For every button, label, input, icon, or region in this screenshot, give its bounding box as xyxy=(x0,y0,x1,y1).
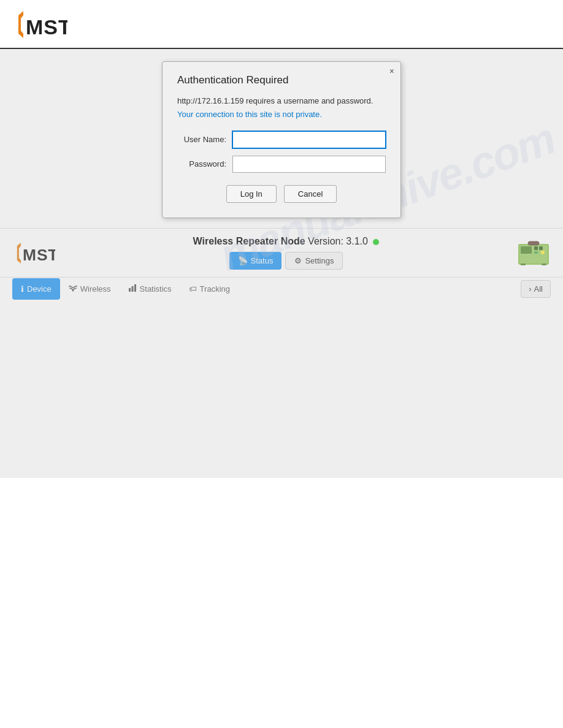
cancel-button[interactable]: Cancel xyxy=(284,185,337,203)
dialog-title: Authentication Required xyxy=(177,74,386,86)
dialog-close-button[interactable]: × xyxy=(389,67,394,75)
dialog-buttons: Log In Cancel xyxy=(177,185,386,203)
header: MST xyxy=(0,0,563,49)
login-button[interactable]: Log In xyxy=(226,185,277,203)
username-row: User Name: xyxy=(177,131,386,148)
username-input[interactable] xyxy=(232,131,386,148)
svg-text:MST: MST xyxy=(26,15,67,39)
logo-container: MST xyxy=(12,6,67,43)
mst-logo: MST xyxy=(12,6,67,43)
username-label: User Name: xyxy=(177,135,232,144)
password-input[interactable] xyxy=(232,156,386,173)
password-row: Password: xyxy=(177,156,386,173)
password-label: Password: xyxy=(177,159,232,169)
dialog-body: http://172.16.1.159 requires a username … xyxy=(177,95,386,107)
dialog-warning: Your connection to this site is not priv… xyxy=(177,110,386,119)
main-content: manualshive.com × Authentication Require… xyxy=(0,49,563,478)
modal-overlay: × Authentication Required http://172.16.… xyxy=(0,49,563,478)
auth-dialog: × Authentication Required http://172.16.… xyxy=(162,61,401,218)
